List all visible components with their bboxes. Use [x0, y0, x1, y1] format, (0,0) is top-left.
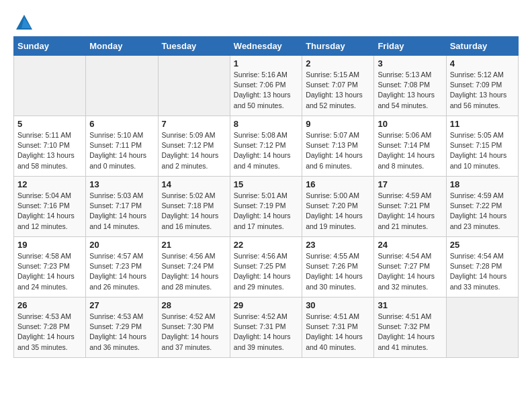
calendar-cell: 21Sunrise: 4:56 AM Sunset: 7:24 PM Dayli…	[158, 237, 230, 298]
day-number: 6	[89, 119, 154, 129]
day-header-thursday: Thursday	[302, 37, 374, 56]
day-info: Sunrise: 5:00 AM Sunset: 7:20 PM Dayligh…	[306, 191, 370, 232]
page-header	[13, 13, 519, 30]
day-header-wednesday: Wednesday	[230, 37, 302, 56]
day-number: 7	[162, 119, 226, 129]
day-number: 24	[378, 240, 442, 250]
calendar-cell: 26Sunrise: 4:53 AM Sunset: 7:28 PM Dayli…	[14, 298, 86, 358]
day-info: Sunrise: 4:56 AM Sunset: 7:24 PM Dayligh…	[162, 251, 226, 292]
calendar-cell: 11Sunrise: 5:05 AM Sunset: 7:15 PM Dayli…	[446, 116, 518, 177]
day-number: 18	[450, 179, 515, 189]
calendar-cell: 18Sunrise: 4:59 AM Sunset: 7:22 PM Dayli…	[446, 177, 518, 237]
calendar-cell: 7Sunrise: 5:09 AM Sunset: 7:12 PM Daylig…	[158, 116, 230, 177]
calendar-week-3: 12Sunrise: 5:04 AM Sunset: 7:16 PM Dayli…	[14, 177, 519, 237]
logo	[13, 13, 34, 30]
day-info: Sunrise: 5:04 AM Sunset: 7:16 PM Dayligh…	[17, 191, 82, 232]
day-info: Sunrise: 5:13 AM Sunset: 7:08 PM Dayligh…	[378, 70, 442, 111]
day-info: Sunrise: 5:03 AM Sunset: 7:17 PM Dayligh…	[89, 191, 154, 232]
calendar-cell: 3Sunrise: 5:13 AM Sunset: 7:08 PM Daylig…	[374, 56, 446, 116]
day-number: 31	[378, 300, 442, 310]
calendar-cell: 28Sunrise: 4:52 AM Sunset: 7:30 PM Dayli…	[158, 298, 230, 358]
calendar-cell: 13Sunrise: 5:03 AM Sunset: 7:17 PM Dayli…	[86, 177, 158, 237]
day-info: Sunrise: 4:53 AM Sunset: 7:28 PM Dayligh…	[17, 312, 82, 353]
calendar-week-1: 1Sunrise: 5:16 AM Sunset: 7:06 PM Daylig…	[14, 56, 519, 116]
calendar-cell: 22Sunrise: 4:56 AM Sunset: 7:25 PM Dayli…	[230, 237, 302, 298]
day-header-tuesday: Tuesday	[158, 37, 230, 56]
day-info: Sunrise: 4:57 AM Sunset: 7:23 PM Dayligh…	[89, 251, 154, 292]
calendar-table: SundayMondayTuesdayWednesdayThursdayFrid…	[13, 36, 519, 358]
day-info: Sunrise: 4:52 AM Sunset: 7:30 PM Dayligh…	[162, 312, 226, 353]
calendar-cell: 14Sunrise: 5:02 AM Sunset: 7:18 PM Dayli…	[158, 177, 230, 237]
calendar-cell: 17Sunrise: 4:59 AM Sunset: 7:21 PM Dayli…	[374, 177, 446, 237]
day-info: Sunrise: 5:09 AM Sunset: 7:12 PM Dayligh…	[162, 130, 226, 171]
calendar-cell: 16Sunrise: 5:00 AM Sunset: 7:20 PM Dayli…	[302, 177, 374, 237]
day-info: Sunrise: 5:10 AM Sunset: 7:11 PM Dayligh…	[89, 130, 154, 171]
day-number: 23	[306, 240, 370, 250]
day-number: 20	[89, 240, 154, 250]
calendar-cell: 24Sunrise: 4:54 AM Sunset: 7:27 PM Dayli…	[374, 237, 446, 298]
day-number: 14	[162, 179, 226, 189]
calendar-cell: 20Sunrise: 4:57 AM Sunset: 7:23 PM Dayli…	[86, 237, 158, 298]
day-header-friday: Friday	[374, 37, 446, 56]
day-number: 5	[17, 119, 82, 129]
day-info: Sunrise: 5:06 AM Sunset: 7:14 PM Dayligh…	[378, 130, 442, 171]
calendar-cell	[158, 56, 230, 116]
day-number: 28	[162, 300, 226, 310]
day-info: Sunrise: 4:52 AM Sunset: 7:31 PM Dayligh…	[234, 312, 298, 353]
day-info: Sunrise: 4:54 AM Sunset: 7:28 PM Dayligh…	[450, 251, 515, 292]
day-info: Sunrise: 5:01 AM Sunset: 7:19 PM Dayligh…	[234, 191, 298, 232]
day-number: 27	[89, 300, 154, 310]
day-number: 17	[378, 179, 442, 189]
day-info: Sunrise: 5:16 AM Sunset: 7:06 PM Dayligh…	[234, 70, 298, 111]
day-number: 19	[17, 240, 82, 250]
day-header-monday: Monday	[86, 37, 158, 56]
day-info: Sunrise: 4:55 AM Sunset: 7:26 PM Dayligh…	[306, 251, 370, 292]
day-number: 10	[378, 119, 442, 129]
day-info: Sunrise: 5:12 AM Sunset: 7:09 PM Dayligh…	[450, 70, 515, 111]
day-info: Sunrise: 5:15 AM Sunset: 7:07 PM Dayligh…	[306, 70, 370, 111]
calendar-cell: 23Sunrise: 4:55 AM Sunset: 7:26 PM Dayli…	[302, 237, 374, 298]
calendar-cell: 10Sunrise: 5:06 AM Sunset: 7:14 PM Dayli…	[374, 116, 446, 177]
day-number: 13	[89, 179, 154, 189]
day-header-sunday: Sunday	[14, 37, 86, 56]
day-info: Sunrise: 4:58 AM Sunset: 7:23 PM Dayligh…	[17, 251, 82, 292]
day-number: 9	[306, 119, 370, 129]
day-number: 3	[378, 58, 442, 68]
calendar-cell: 29Sunrise: 4:52 AM Sunset: 7:31 PM Dayli…	[230, 298, 302, 358]
calendar-cell	[446, 298, 518, 358]
logo-icon	[15, 13, 34, 32]
calendar-cell: 4Sunrise: 5:12 AM Sunset: 7:09 PM Daylig…	[446, 56, 518, 116]
day-number: 1	[234, 58, 298, 68]
calendar-week-4: 19Sunrise: 4:58 AM Sunset: 7:23 PM Dayli…	[14, 237, 519, 298]
day-number: 12	[17, 179, 82, 189]
day-info: Sunrise: 5:05 AM Sunset: 7:15 PM Dayligh…	[450, 130, 515, 171]
calendar-cell: 31Sunrise: 4:51 AM Sunset: 7:32 PM Dayli…	[374, 298, 446, 358]
day-number: 2	[306, 58, 370, 68]
calendar-cell	[86, 56, 158, 116]
calendar-cell: 25Sunrise: 4:54 AM Sunset: 7:28 PM Dayli…	[446, 237, 518, 298]
calendar-cell: 12Sunrise: 5:04 AM Sunset: 7:16 PM Dayli…	[14, 177, 86, 237]
day-info: Sunrise: 5:07 AM Sunset: 7:13 PM Dayligh…	[306, 130, 370, 171]
day-number: 22	[234, 240, 298, 250]
day-header-saturday: Saturday	[446, 37, 518, 56]
calendar-cell: 5Sunrise: 5:11 AM Sunset: 7:10 PM Daylig…	[14, 116, 86, 177]
calendar-cell: 8Sunrise: 5:08 AM Sunset: 7:12 PM Daylig…	[230, 116, 302, 177]
calendar-cell: 27Sunrise: 4:53 AM Sunset: 7:29 PM Dayli…	[86, 298, 158, 358]
day-number: 26	[17, 300, 82, 310]
calendar-cell: 6Sunrise: 5:10 AM Sunset: 7:11 PM Daylig…	[86, 116, 158, 177]
day-number: 21	[162, 240, 226, 250]
calendar-cell: 19Sunrise: 4:58 AM Sunset: 7:23 PM Dayli…	[14, 237, 86, 298]
day-number: 15	[234, 179, 298, 189]
day-info: Sunrise: 4:56 AM Sunset: 7:25 PM Dayligh…	[234, 251, 298, 292]
day-info: Sunrise: 4:54 AM Sunset: 7:27 PM Dayligh…	[378, 251, 442, 292]
day-info: Sunrise: 4:59 AM Sunset: 7:22 PM Dayligh…	[450, 191, 515, 232]
calendar-cell: 1Sunrise: 5:16 AM Sunset: 7:06 PM Daylig…	[230, 56, 302, 116]
calendar-cell: 2Sunrise: 5:15 AM Sunset: 7:07 PM Daylig…	[302, 56, 374, 116]
day-info: Sunrise: 5:02 AM Sunset: 7:18 PM Dayligh…	[162, 191, 226, 232]
calendar-cell	[14, 56, 86, 116]
calendar-cell: 15Sunrise: 5:01 AM Sunset: 7:19 PM Dayli…	[230, 177, 302, 237]
day-number: 30	[306, 300, 370, 310]
day-number: 4	[450, 58, 515, 68]
day-info: Sunrise: 4:53 AM Sunset: 7:29 PM Dayligh…	[89, 312, 154, 353]
calendar-week-2: 5Sunrise: 5:11 AM Sunset: 7:10 PM Daylig…	[14, 116, 519, 177]
